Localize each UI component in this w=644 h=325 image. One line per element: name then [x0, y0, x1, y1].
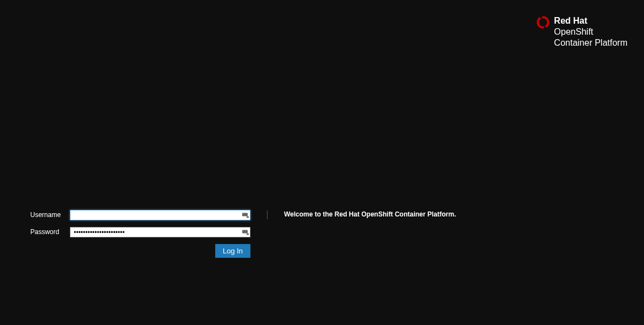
password-row: Password: [30, 227, 250, 238]
branding-line2: OpenShift: [554, 26, 627, 37]
username-input-wrap: [70, 209, 250, 220]
branding-area: Red Hat OpenShift Container Platform: [536, 15, 627, 48]
login-form: Username Password Log In: [30, 209, 267, 258]
welcome-message: Welcome to the Red Hat OpenShift Contain…: [284, 209, 456, 258]
vertical-divider: [267, 210, 268, 219]
password-input-wrap: [70, 227, 250, 238]
button-row: Log In: [30, 244, 250, 258]
password-input[interactable]: [70, 227, 250, 237]
username-input[interactable]: [70, 210, 250, 220]
svg-point-0: [538, 17, 548, 28]
username-label: Username: [30, 211, 70, 219]
username-row: Username: [30, 209, 250, 220]
keyboard-icon[interactable]: [242, 212, 249, 218]
branding-line3: Container Platform: [554, 37, 627, 48]
branding-line1: Red Hat: [554, 15, 627, 26]
login-container: Username Password Log In Welcome to the …: [30, 209, 456, 258]
password-label: Password: [30, 228, 70, 236]
redhat-openshift-icon: [536, 15, 550, 31]
branding-text: Red Hat OpenShift Container Platform: [554, 15, 627, 48]
login-button[interactable]: Log In: [215, 244, 250, 258]
keyboard-icon[interactable]: [242, 229, 249, 235]
